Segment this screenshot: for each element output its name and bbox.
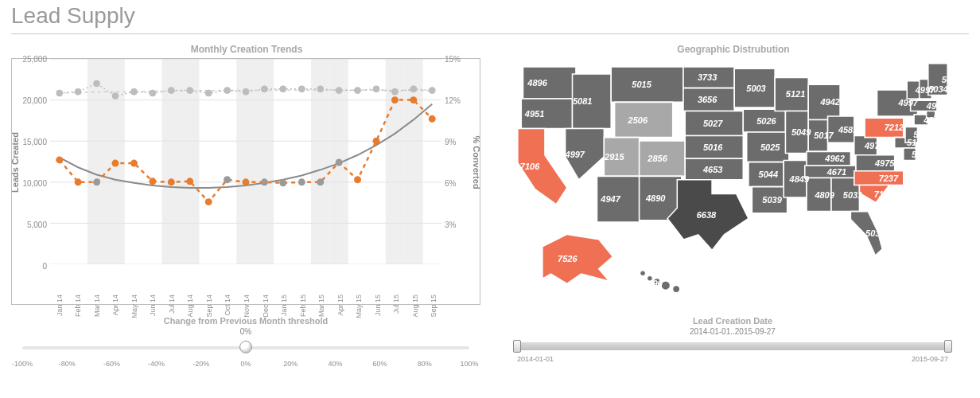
y-left-tick: 5,000 [12,220,50,229]
state-AZ[interactable] [597,176,640,222]
state-MT[interactable] [611,67,683,102]
svg-point-16 [56,90,63,96]
state-IN[interactable] [808,120,827,152]
x-category: Jul 14 [168,295,176,314]
state-WA[interactable] [523,67,576,99]
x-category: May 15 [355,295,363,318]
svg-point-61 [661,281,670,290]
x-category: Jun 14 [149,295,157,316]
state-NJ[interactable] [905,127,918,142]
svg-point-46 [224,176,231,183]
svg-point-51 [317,178,324,185]
y-right-tick: 12% [441,96,480,105]
svg-point-44 [186,178,193,185]
state-ME[interactable] [928,64,947,96]
state-SD[interactable] [683,88,734,111]
svg-point-40 [111,160,119,167]
svg-point-22 [168,88,174,94]
state-MO[interactable] [747,132,789,162]
svg-point-49 [279,179,286,186]
x-category: Feb 15 [299,295,307,317]
state-WY[interactable] [615,102,673,137]
state-NE[interactable] [685,111,743,135]
state-UT[interactable] [604,138,639,177]
state-MI[interactable] [808,84,840,119]
state-CA[interactable] [518,129,567,205]
x-category: May 14 [130,295,138,318]
state-SC[interactable] [859,185,889,202]
svg-point-53 [354,176,361,183]
state-NC[interactable] [854,171,904,185]
svg-point-24 [205,90,212,96]
threshold-tick: 40% [328,360,342,368]
state-MN[interactable] [734,68,775,107]
map-card: Geographic Distrubution 4896495171065081… [498,44,969,371]
state-KS[interactable] [685,135,743,158]
state-TN[interactable] [805,166,856,178]
threshold-slider-center-label: 0% [11,327,480,336]
state-ND[interactable] [683,67,734,88]
svg-point-57 [429,115,436,123]
us-map[interactable]: 4896495171065081499750152506291528564947… [498,58,967,305]
date-range-min-label: 2014-01-01 [517,355,554,363]
x-category: Jul 15 [392,295,400,314]
threshold-tick: -100% [12,360,33,368]
state-WI[interactable] [775,77,808,111]
state-IA[interactable] [743,109,785,132]
svg-point-52 [336,159,343,166]
svg-point-21 [150,90,156,96]
svg-point-34 [391,88,398,95]
svg-point-28 [280,86,286,92]
date-range-slider[interactable] [517,339,948,353]
state-VA[interactable] [856,155,895,171]
threshold-tick: -40% [148,360,165,368]
date-range-start-knob[interactable] [513,340,521,353]
svg-point-56 [410,96,417,103]
threshold-slider-knob[interactable] [239,341,252,353]
threshold-tick: 60% [373,360,387,368]
state-OR[interactable] [521,99,572,129]
svg-rect-0 [88,59,106,264]
state-TX[interactable] [667,180,749,251]
state-DE[interactable] [904,148,916,161]
svg-point-47 [243,178,250,185]
state-KY[interactable] [807,151,850,166]
trends-chart[interactable]: Leads Created % Converted 05,00010,00015… [11,58,480,305]
state-MA[interactable] [911,100,937,111]
state-NV[interactable] [566,129,605,180]
threshold-slider[interactable] [22,339,469,358]
svg-point-50 [298,178,305,185]
x-category: Apr 15 [336,295,344,316]
state-LA[interactable] [752,187,787,213]
state-AL[interactable] [807,178,831,212]
svg-point-60 [653,279,660,286]
state-MS[interactable] [784,160,807,197]
x-category: Sep 15 [430,295,438,318]
state-WV[interactable] [854,135,877,154]
threshold-tick: -60% [103,360,120,368]
x-category: Apr 14 [111,295,119,316]
state-AR[interactable] [749,162,784,187]
threshold-tick: 20% [283,360,298,368]
state-AK[interactable] [542,234,613,283]
date-range-end-knob[interactable] [944,340,952,353]
state-CO[interactable] [640,141,686,176]
map-title: Geographic Distrubution [498,44,969,55]
state-OK[interactable] [685,158,743,180]
svg-point-31 [336,88,342,94]
state-IL[interactable] [785,111,808,153]
state-PA[interactable] [865,118,904,137]
state-VT[interactable] [907,81,920,99]
state-ID[interactable] [573,74,612,129]
page-title: Lead Supply [11,0,969,34]
x-category: Dec 14 [262,295,270,318]
svg-point-29 [298,86,305,92]
threshold-slider-title: Change from Previous Month threshold [11,316,480,326]
state-FL[interactable] [850,212,882,256]
state-OH[interactable] [828,116,854,142]
x-category: Jan 14 [56,295,64,316]
x-category: Sep 14 [205,295,213,318]
svg-point-39 [93,178,100,185]
date-range-max-label: 2015-09-27 [912,355,948,363]
trends-title: Monthly Creation Trends [11,44,482,55]
